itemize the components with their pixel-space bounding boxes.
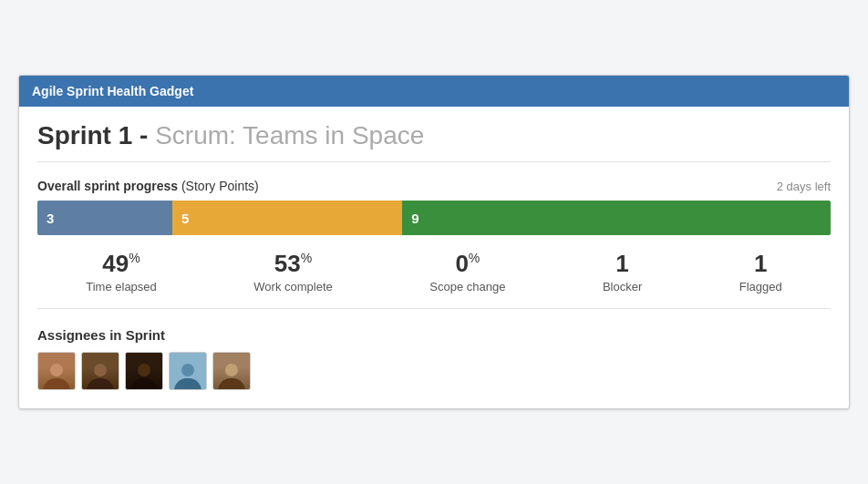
progress-section-label: Overall sprint progress (Story Points) (37, 179, 259, 193)
progress-segment-inprogress: 5 (172, 201, 402, 235)
done-value: 9 (411, 211, 418, 226)
progress-segment-done: 9 (402, 201, 831, 235)
sprint-title: Sprint 1 - Scrum: Teams in Space (37, 121, 831, 162)
gadget-title: Agile Sprint Health Gadget (32, 84, 193, 98)
todo-value: 3 (46, 211, 54, 226)
stat-blocker-label: Blocker (603, 280, 642, 293)
stat-scope-change-label: Scope change (429, 280, 505, 293)
progress-bar: 3 5 9 (37, 201, 831, 235)
progress-sub-label: (Story Points) (181, 179, 259, 193)
stats-row: 49% Time elapsed 53% Work complete 0% Sc… (37, 250, 831, 309)
gadget-header: Agile Sprint Health Gadget (19, 76, 849, 107)
stat-time-elapsed-label: Time elapsed (86, 280, 157, 293)
avatar-1[interactable] (37, 352, 76, 390)
gadget-container: Agile Sprint Health Gadget Sprint 1 - Sc… (18, 75, 850, 409)
sprint-name: Sprint 1 - (37, 121, 155, 149)
stat-work-complete-value: 53% (253, 250, 332, 278)
stat-blocker-value: 1 (603, 250, 642, 278)
stat-scope-change: 0% Scope change (429, 250, 505, 293)
assignees-title: Assignees in Sprint (37, 327, 831, 343)
progress-main-label: Overall sprint progress (37, 179, 178, 193)
stat-time-elapsed: 49% Time elapsed (86, 250, 157, 293)
days-left: 2 days left (777, 180, 831, 193)
avatar-3[interactable] (125, 352, 163, 390)
progress-label-row: Overall sprint progress (Story Points) 2… (37, 179, 831, 193)
avatar-4[interactable] (169, 352, 207, 390)
inprogress-value: 5 (181, 211, 189, 226)
gadget-body: Sprint 1 - Scrum: Teams in Space Overall… (19, 107, 849, 408)
avatars-row (37, 352, 831, 390)
stat-work-complete-label: Work complete (253, 280, 332, 293)
progress-segment-todo: 3 (37, 201, 172, 235)
stat-flagged-label: Flagged (739, 280, 782, 293)
stat-scope-change-value: 0% (429, 250, 505, 278)
sprint-project: Scrum: Teams in Space (155, 121, 424, 149)
stat-flagged: 1 Flagged (739, 250, 782, 293)
avatar-2[interactable] (81, 352, 119, 390)
stat-work-complete: 53% Work complete (253, 250, 332, 293)
stat-flagged-value: 1 (739, 250, 782, 278)
stat-blocker: 1 Blocker (603, 250, 642, 293)
stat-time-elapsed-value: 49% (86, 250, 157, 278)
avatar-5[interactable] (212, 352, 251, 390)
assignees-section: Assignees in Sprint (37, 327, 831, 390)
